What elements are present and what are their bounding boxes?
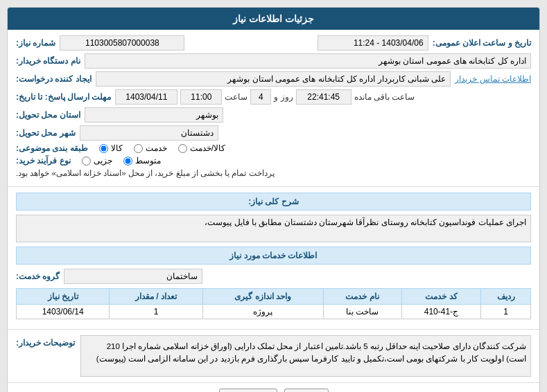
col-date: تاریخ نیاز bbox=[17, 289, 110, 305]
day-label: روز و bbox=[274, 92, 293, 102]
delivery-city-label: شهر محل تحویل: bbox=[16, 128, 76, 138]
reply-deadline-label: مهلت ارسال پاسخ: تا تاریخ: bbox=[16, 92, 111, 102]
col-unit: واحد اندازه گیری bbox=[202, 289, 323, 305]
delivery-province-label: استان محل تحویل: bbox=[16, 110, 80, 120]
header-title: جزئیات اطلاعات نیاز bbox=[233, 13, 314, 24]
delivery-province-value: بوشهر bbox=[85, 107, 223, 123]
creator-value: علی شبانی کاربردار اداره کل کتابخانه های… bbox=[96, 71, 451, 87]
radio-kala-khadmat-input[interactable] bbox=[178, 144, 187, 153]
cell-date: 1403/06/14 bbox=[17, 305, 110, 319]
buyer-notes-label: توضیحات خریدار: bbox=[16, 335, 75, 348]
radio-jozii-input[interactable] bbox=[82, 157, 91, 166]
radio-motavaset-label: متوسط bbox=[135, 156, 161, 166]
remaining-label: ساعت باقی مانده bbox=[354, 92, 415, 102]
radio-khadmat[interactable]: خدمت bbox=[134, 143, 167, 153]
reply-date: 1403/04/11 bbox=[115, 89, 177, 105]
radio-kala-khadmat[interactable]: کالا/خدمت bbox=[178, 143, 225, 153]
buyer-notes-text: شرکت کنندگان دارای صلاحیت اینه حداقل رتب… bbox=[80, 335, 531, 377]
need-number-value: 1103005807000038 bbox=[60, 35, 184, 51]
radio-jozii[interactable]: جزیی bbox=[82, 156, 112, 166]
action-buttons: چاپ بازگشت bbox=[8, 383, 539, 392]
radio-motavaset-input[interactable] bbox=[123, 157, 132, 166]
remaining-time: 22:41:45 bbox=[296, 89, 351, 105]
radio-motavaset[interactable]: متوسط bbox=[123, 156, 161, 166]
radio-khadmat-input[interactable] bbox=[134, 144, 143, 153]
cell-code: ج-41-410 bbox=[401, 305, 481, 319]
reply-time: 11:00 bbox=[180, 89, 222, 105]
radio-kala[interactable]: کالا bbox=[99, 143, 123, 153]
time-label: ساعت bbox=[225, 92, 248, 102]
payment-note: پرداخت تمام یا بخشی از مبلغ خرید، از محل… bbox=[16, 168, 275, 178]
back-button[interactable]: بازگشت bbox=[219, 389, 277, 392]
buyer-org-value: اداره کل کتابخانه های عمومی استان بوشهر bbox=[85, 53, 531, 69]
summary-title: شرح کلی نیاز: bbox=[16, 193, 531, 211]
contact-info-link[interactable]: اطلاعات تماس خریدار bbox=[455, 74, 531, 84]
delivery-city-value: دشتستان bbox=[80, 125, 218, 141]
service-group-value: ساختمان bbox=[64, 269, 202, 284]
services-title: اطلاعات خدمات مورد نیاز bbox=[16, 247, 531, 265]
radio-kala-khadmat-label: کالا/خدمت bbox=[190, 143, 225, 153]
page-header: جزئیات اطلاعات نیاز bbox=[8, 8, 539, 30]
radio-khadmat-label: خدمت bbox=[146, 143, 167, 153]
process-type-label: نوع فرآیند خرید: bbox=[16, 156, 71, 166]
cell-unit: پروژه bbox=[202, 305, 323, 319]
radio-kala-label: کالا bbox=[111, 143, 123, 153]
cell-name: ساخت بنا bbox=[323, 305, 401, 319]
radio-jozii-label: جزیی bbox=[94, 156, 112, 166]
date-time-value: 1403/04/06 - 11:24 bbox=[318, 35, 428, 51]
col-quantity: تعداد / مقدار bbox=[110, 289, 202, 305]
reply-day: 4 bbox=[250, 89, 271, 105]
table-row: 1ج-41-410ساخت بناپروژه11403/06/14 bbox=[17, 305, 531, 319]
services-table: ردیف کد خدمت نام خدمت واحد اندازه گیری ت… bbox=[16, 288, 531, 319]
col-code: کد خدمت bbox=[401, 289, 481, 305]
service-group-label: گروه خدمت: bbox=[16, 271, 60, 281]
col-name: نام خدمت bbox=[323, 289, 401, 305]
date-time-label: تاریخ و ساعت اعلان عمومی: bbox=[433, 38, 531, 48]
print-button[interactable]: چاپ bbox=[284, 389, 329, 392]
need-number-label: شماره نیاز: bbox=[16, 38, 55, 48]
col-row: ردیف bbox=[481, 289, 531, 305]
cell-row: 1 bbox=[481, 305, 531, 319]
creator-label: ایجاد کننده درخواست: bbox=[16, 74, 92, 84]
buyer-org-label: نام دستگاه خریدار: bbox=[16, 56, 80, 66]
radio-kala-input[interactable] bbox=[99, 144, 108, 153]
item-type-label: طبقه بندی موضوعی: bbox=[16, 143, 88, 153]
cell-quantity: 1 bbox=[110, 305, 202, 319]
summary-text: اجرای عملیات فونداسیون کتابخانه روستای ن… bbox=[16, 215, 531, 242]
